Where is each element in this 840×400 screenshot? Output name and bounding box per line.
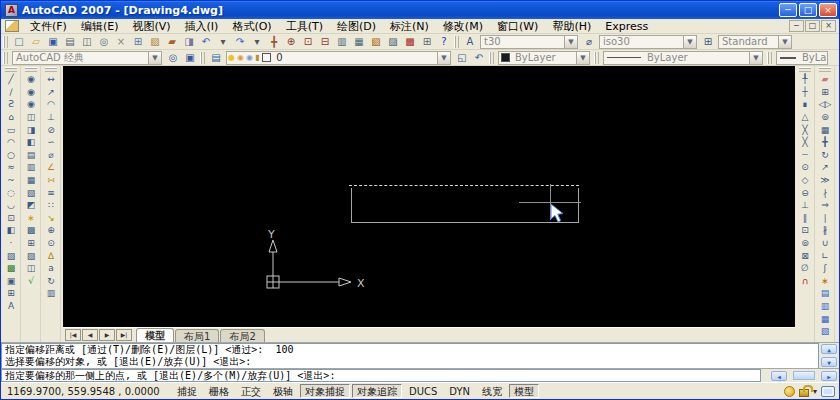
aerial-view-icon[interactable]: ◉: [22, 98, 40, 111]
toolbar-grip[interactable]: [3, 52, 8, 64]
selected-offset-source-line[interactable]: [349, 185, 579, 186]
layer-freeze-sun-icon[interactable]: ◉: [237, 53, 244, 62]
make-block-icon[interactable]: ◧: [2, 224, 20, 237]
break-icon[interactable]: ∦: [816, 224, 834, 237]
fillet-icon[interactable]: ʃ: [816, 262, 834, 275]
menu-tools[interactable]: 工具(T): [279, 19, 330, 34]
clean-screen-icon[interactable]: [821, 386, 835, 397]
toolbar-grip[interactable]: [200, 52, 205, 64]
gradient-icon[interactable]: ▩: [2, 262, 20, 275]
insert-block-icon[interactable]: ⊡: [2, 212, 20, 225]
toolbar-grip[interactable]: [594, 52, 599, 64]
menu-insert[interactable]: 插入(I): [178, 19, 226, 34]
chevron-down-icon[interactable]: ▼: [148, 52, 161, 64]
snap-node-icon[interactable]: ⊚: [796, 237, 814, 250]
copy-icon[interactable]: ⊞: [129, 35, 146, 49]
color-control-combo[interactable]: ByLayer ▼: [498, 51, 590, 65]
menu-draw[interactable]: 绘图(D): [330, 19, 383, 34]
dim-style-icon[interactable]: ⌀: [580, 35, 597, 49]
spline-icon[interactable]: ~: [2, 174, 20, 187]
rectangle-icon[interactable]: ▭: [2, 123, 20, 136]
arc-length-dimension-icon[interactable]: ◠: [42, 98, 60, 111]
render-region-icon[interactable]: √: [22, 275, 40, 288]
save-workspace-icon[interactable]: ▣: [181, 51, 198, 65]
text-style-icon[interactable]: A: [461, 35, 478, 49]
copy-object-icon[interactable]: ⊞: [816, 86, 834, 99]
menu-window[interactable]: 窗口(W): [490, 19, 545, 34]
ducs-toggle[interactable]: DUCS: [404, 384, 442, 398]
menu-format[interactable]: 格式(O): [225, 19, 278, 34]
arc-icon[interactable]: ◠: [2, 136, 20, 149]
layer-properties-manager-icon[interactable]: ▤: [207, 51, 224, 65]
communication-center-icon[interactable]: [784, 386, 795, 397]
sheet-set-manager-icon[interactable]: ▨: [384, 35, 401, 49]
polyline-icon[interactable]: Ƨ: [2, 98, 20, 111]
redo-icon[interactable]: ↷: [231, 35, 248, 49]
menu-modify[interactable]: 修改(M): [436, 19, 490, 34]
osnap-settings-icon[interactable]: ∩: [796, 275, 814, 288]
tolerance-icon[interactable]: ⊕: [42, 224, 60, 237]
command-input[interactable]: 指定要偏移的那一侧上的点, 或 [退出(E)/多个(M)/放弃(U)] <退出>…: [1, 369, 761, 382]
tab-prev-button[interactable]: ◀: [82, 329, 98, 341]
rotate-icon[interactable]: ↻: [816, 149, 834, 162]
chevron-down-icon[interactable]: ▼: [683, 36, 696, 48]
designcenter-icon[interactable]: ▦: [350, 35, 367, 49]
move-icon[interactable]: ╋: [816, 136, 834, 149]
point-icon[interactable]: ·: [2, 237, 20, 250]
snap-extension-icon[interactable]: ┄: [796, 149, 814, 162]
make-object-layer-current-icon[interactable]: ◱: [453, 51, 470, 65]
new-icon[interactable]: □: [10, 35, 27, 49]
mtext-icon[interactable]: A: [2, 300, 20, 313]
toolbar-grip[interactable]: [819, 67, 831, 72]
region-icon[interactable]: ▣: [2, 275, 20, 288]
line-icon[interactable]: ╱: [2, 73, 20, 86]
angular-dimension-icon[interactable]: ∠: [42, 161, 60, 174]
publish-icon[interactable]: ◎: [95, 35, 112, 49]
construction-line-icon[interactable]: ∕: [2, 86, 20, 99]
layer-on-bulb-icon[interactable]: ●: [228, 53, 235, 62]
plot-icon[interactable]: ▤: [61, 35, 78, 49]
camera-view-icon[interactable]: ◉: [22, 86, 40, 99]
dimension-edit-icon[interactable]: ∆: [42, 249, 60, 262]
snap-intersection-icon[interactable]: ╳: [796, 123, 814, 136]
otrack-toggle[interactable]: 对象追踪: [352, 384, 402, 398]
snap-endpoint-icon[interactable]: ∎: [796, 98, 814, 111]
motion-path-icon[interactable]: ▧: [22, 186, 40, 199]
swivel-camera-icon[interactable]: ◧: [22, 136, 40, 149]
tab-next-button[interactable]: ▶: [99, 329, 115, 341]
help-icon[interactable]: ?: [435, 35, 452, 49]
toolbar-grip[interactable]: [45, 67, 57, 72]
ordinate-dimension-icon[interactable]: ⊥: [42, 111, 60, 124]
tab-first-button[interactable]: |◀: [65, 329, 81, 341]
chevron-down-icon[interactable]: ▼: [437, 52, 450, 64]
circle-icon[interactable]: ○: [2, 149, 20, 162]
polygon-icon[interactable]: ⌂: [2, 111, 20, 124]
scroll-up-button[interactable]: ▲: [821, 344, 837, 354]
draworder-front-icon[interactable]: ▤: [816, 287, 834, 300]
menu-file[interactable]: 文件(F): [23, 19, 74, 34]
quick-dimension-icon[interactable]: ∺: [42, 174, 60, 187]
render-environment-icon[interactable]: ▨: [22, 249, 40, 262]
tab-layout2[interactable]: 布局2: [220, 329, 264, 342]
paste-icon[interactable]: ▧: [146, 35, 163, 49]
join-icon[interactable]: ∪: [816, 237, 834, 250]
toolbar-grip[interactable]: [25, 67, 37, 72]
layer-previous-icon[interactable]: ↶: [470, 51, 487, 65]
plot-preview-icon[interactable]: ◫: [78, 35, 95, 49]
status-menu-arrow-icon[interactable]: ▾: [813, 387, 817, 396]
toolbar-grip[interactable]: [489, 52, 494, 64]
revcloud-icon[interactable]: ≈: [2, 161, 20, 174]
snap-midpoint-icon[interactable]: △: [796, 111, 814, 124]
workspace-combo[interactable]: AutoCAD 经典 ▼: [12, 51, 162, 65]
array-icon[interactable]: ▦: [816, 123, 834, 136]
snap-insert-icon[interactable]: ⊡: [796, 224, 814, 237]
radius-dimension-icon[interactable]: ⊘: [42, 123, 60, 136]
animation-icon[interactable]: ▦: [22, 174, 40, 187]
snap-nearest-icon[interactable]: ⊠: [796, 249, 814, 262]
redo-dropdown-icon[interactable]: ▾: [248, 35, 265, 49]
grid-toggle[interactable]: 栅格: [204, 384, 234, 398]
menu-express[interactable]: Express: [598, 19, 655, 34]
aligned-dimension-icon[interactable]: ↗: [42, 86, 60, 99]
quickcalc-icon[interactable]: ⊞: [418, 35, 435, 49]
restore-button[interactable]: □: [799, 3, 817, 17]
